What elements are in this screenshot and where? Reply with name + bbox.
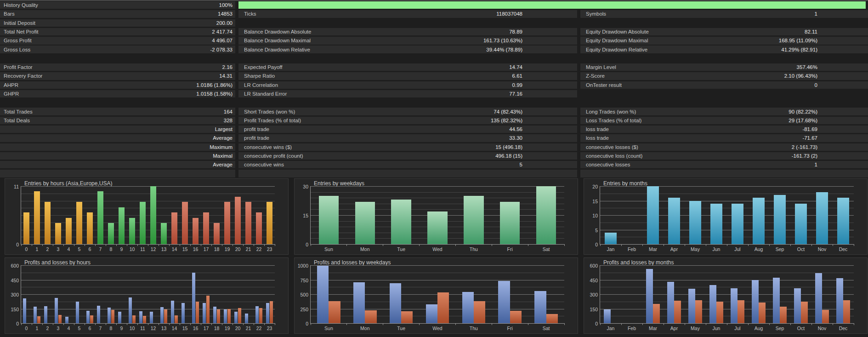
x-axis-tick — [346, 244, 347, 246]
stat-cell: Total Net Profit2 417.74 — [0, 28, 235, 35]
x-axis-label: Nov — [811, 246, 833, 252]
x-axis-label: Tue — [383, 246, 420, 252]
stat-value: 1.0158 (1.58%) — [196, 91, 233, 97]
stat-value: 90 (82.22%) — [789, 109, 817, 114]
x-axis-label: 4 — [63, 246, 74, 252]
entry-bar — [87, 212, 93, 244]
stat-label: Recovery Factor — [4, 73, 42, 79]
y-axis-label: 20 — [584, 184, 598, 189]
entry-bar — [34, 191, 40, 244]
stat-value: 1 — [815, 11, 817, 17]
entry-bar — [140, 202, 146, 244]
stat-cell: consecutive losses1 — [580, 161, 868, 168]
y-axis-label: 0 — [584, 242, 598, 247]
profit-bar — [97, 306, 100, 323]
stat-label: Profit Trades (% of total) — [244, 118, 301, 123]
gridline — [311, 198, 564, 198]
x-axis-label: Nov — [811, 326, 833, 331]
profit-bar — [266, 303, 269, 323]
profit-bar — [836, 278, 843, 323]
stat-row: Maximumconsecutive wins ($)15 (496.18)co… — [0, 143, 868, 151]
stat-label: Balance Drawdown Relative — [244, 47, 310, 52]
x-axis-label: May — [685, 326, 706, 331]
gridline — [21, 287, 275, 287]
chart-panel-entries-by-months: Entries by months05101520JanFebMarAprMay… — [584, 178, 868, 255]
x-axis-tick — [664, 244, 664, 246]
stat-label: loss trade — [586, 126, 609, 132]
stat-cell: Equity Drawdown Maximal168.95 (11.09%) — [580, 37, 868, 44]
stat-cell: Margin Level357.46% — [580, 63, 868, 71]
profit-bar — [667, 282, 674, 323]
x-axis-tick — [528, 244, 528, 246]
entry-bar — [150, 186, 156, 244]
x-axis-tick — [243, 244, 244, 246]
x-axis-label: Sun — [311, 246, 347, 252]
x-axis-tick — [233, 323, 233, 325]
x-axis-label: 22 — [254, 326, 264, 331]
x-axis-label: 3 — [53, 246, 63, 252]
profit-bar — [709, 285, 716, 323]
x-axis-label: 20 — [233, 246, 243, 252]
entry-bar — [647, 186, 658, 244]
gridline-major — [21, 265, 275, 266]
stat-value: Largest — [215, 126, 233, 132]
x-axis-label: Jul — [727, 326, 748, 331]
column-gap — [235, 28, 238, 35]
y-axis-label: 600 — [584, 263, 598, 268]
loss-bar — [217, 309, 220, 323]
stat-row: Total Deals328Profit Trades (% of total)… — [0, 117, 868, 124]
column-gap — [577, 152, 580, 160]
x-axis-label: Mon — [347, 326, 383, 331]
profit-bar — [65, 317, 68, 323]
x-axis-label: 14 — [169, 326, 180, 331]
x-axis-tick — [769, 244, 770, 246]
entry-bar — [55, 223, 61, 244]
profit-bar — [752, 280, 759, 323]
stat-label: OnTester result — [586, 82, 622, 88]
profit-bar — [150, 312, 153, 323]
stat-cell: Recovery Factor14.31 — [0, 72, 235, 80]
stat-value: 2 (-161.73) — [792, 144, 817, 150]
stat-label: AHPR — [4, 82, 18, 88]
stat-cell — [238, 19, 577, 27]
loss-bar — [259, 308, 262, 323]
column-gap — [235, 63, 238, 71]
stat-value: Average — [213, 135, 233, 141]
chart-plot-area: JanFebMarAprMayJunJulAugSepOctNovDec — [600, 265, 854, 324]
x-axis-tick — [74, 244, 74, 246]
stat-cell: Ticks118037048 — [238, 10, 577, 17]
profit-bar — [815, 273, 822, 323]
gridline-major — [21, 280, 275, 280]
x-axis-label: 17 — [201, 246, 211, 252]
x-axis-tick — [621, 323, 622, 325]
entry-bar — [464, 196, 483, 244]
x-axis-label: 19 — [222, 326, 233, 331]
x-axis-label: Wed — [420, 246, 456, 252]
x-axis-tick — [455, 244, 456, 246]
chart-plot-area: SunMonTueWedThuFriSat — [310, 186, 564, 245]
x-axis-label: 11 — [137, 246, 148, 252]
column-gap — [577, 81, 580, 89]
x-axis-tick — [254, 323, 254, 325]
stat-label: Total Net Profit — [4, 29, 38, 34]
profit-bar — [224, 309, 227, 323]
entry-bar — [668, 198, 680, 244]
profit-bar — [426, 304, 437, 323]
x-axis-tick — [32, 244, 32, 246]
gridline — [600, 223, 854, 223]
x-axis-label: Jun — [706, 326, 727, 331]
stat-row: Initial Deposit200.00 — [0, 19, 868, 27]
loss-bar — [37, 316, 40, 323]
stat-cell: consecutive wins5 — [238, 161, 577, 168]
profit-bar — [773, 278, 780, 323]
strategy-tester-report: History Quality100%Bars14853Ticks1180370… — [0, 0, 868, 337]
y-axis-label: 150 — [6, 307, 19, 312]
x-axis-tick — [564, 323, 565, 325]
chart-title: Entries by weekdays — [314, 180, 364, 187]
x-axis-label: Fri — [492, 246, 528, 252]
x-axis-label: 5 — [74, 326, 85, 331]
x-axis-tick — [383, 323, 383, 325]
x-axis-label: Dec — [833, 326, 854, 331]
loss-bar — [716, 302, 723, 323]
stat-cell: History Quality100% — [0, 1, 235, 9]
